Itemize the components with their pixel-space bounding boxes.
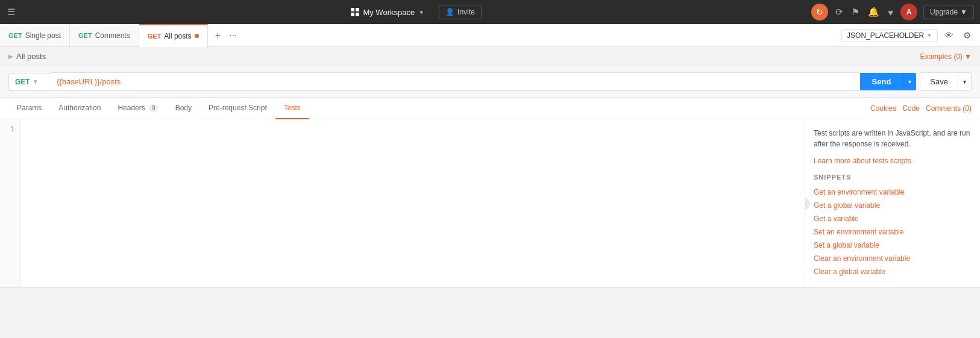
tab-pre-request-script[interactable]: Pre-request Script	[200, 98, 275, 119]
snippet-item[interactable]: Get an environment variable	[814, 186, 972, 199]
invite-label: Invite	[457, 8, 475, 16]
comments-link[interactable]: Comments (0)	[926, 104, 972, 113]
editor-area: 1 ▶ Test scripts are written in JavaScri…	[0, 119, 980, 288]
tab-body[interactable]: Body	[167, 98, 200, 119]
library-icon[interactable]: ⚑	[850, 5, 861, 19]
nav-left: ☰	[6, 5, 16, 19]
workspace-grid-icon	[351, 8, 359, 16]
side-panel-toggle-button[interactable]: ▶	[805, 198, 810, 210]
headers-badge: 9	[149, 104, 159, 112]
top-navigation: ☰ My Workspace ▼ 👤 Invite ↻ ⟳ ⚑ 🔔 ♥ A Up…	[0, 0, 980, 24]
tab-method-get-all-posts: GET	[148, 33, 162, 40]
tab-comments[interactable]: GET Comments	[70, 24, 139, 46]
snippets-list: Get an environment variableGet a global …	[814, 186, 972, 278]
send-button[interactable]: Send	[860, 73, 903, 90]
invite-button[interactable]: 👤 Invite	[439, 5, 482, 19]
workspace-button[interactable]: My Workspace ▼	[346, 5, 429, 19]
tab-method-get-single: GET	[8, 32, 22, 39]
snippets-title: SNIPPETS	[814, 174, 972, 181]
snippet-item[interactable]: Clear an environment variable	[814, 252, 972, 265]
environment-settings-button[interactable]: ⚙	[960, 28, 974, 43]
tab-label-all-posts: All posts	[164, 32, 191, 40]
upgrade-label: Upgrade	[930, 8, 958, 16]
environment-eye-button[interactable]: 👁	[941, 28, 956, 42]
invite-user-icon: 👤	[445, 8, 454, 16]
refresh-button[interactable]: ↻	[811, 4, 828, 20]
more-tabs-button[interactable]: ···	[227, 29, 239, 42]
snippet-item[interactable]: Set an environment variable	[814, 225, 972, 239]
line-number-1: 1	[6, 124, 14, 136]
save-button[interactable]: Save	[920, 72, 958, 91]
examples-label: Examples (0)	[920, 52, 963, 61]
breadcrumb-arrow-icon: ▶	[8, 53, 13, 60]
tabs-bar-right: JSON_PLACEHOLDER ▼ 👁 ⚙	[835, 28, 980, 43]
snippet-item[interactable]: Clear a global variable	[814, 265, 972, 278]
breadcrumb-label: All posts	[16, 52, 46, 61]
tab-headers[interactable]: Headers 9	[109, 98, 166, 119]
examples-chevron-icon: ▼	[964, 52, 972, 61]
workspace-chevron-icon: ▼	[418, 9, 424, 16]
tabs-actions: + ···	[208, 29, 835, 42]
nav-center: My Workspace ▼ 👤 Invite	[16, 5, 811, 19]
save-dropdown-button[interactable]: ▾	[958, 72, 972, 91]
workspace-label: My Workspace	[363, 8, 415, 17]
snippet-item[interactable]: Get a variable	[814, 212, 972, 225]
upgrade-chevron-icon: ▼	[960, 8, 967, 16]
side-panel: ▶ Test scripts are written in JavaScript…	[805, 119, 980, 287]
tab-label-comments: Comments	[95, 31, 130, 40]
snippet-item[interactable]: Set a global variable	[814, 239, 972, 252]
tab-all-posts[interactable]: GET All posts	[139, 24, 208, 46]
add-tab-button[interactable]: +	[213, 29, 223, 42]
send-button-group: Send ▾	[860, 73, 917, 90]
method-selector[interactable]: GET ▼	[8, 73, 51, 91]
upgrade-button[interactable]: Upgrade ▼	[923, 5, 974, 19]
cookies-link[interactable]: Cookies	[870, 104, 896, 113]
code-editor: 1	[0, 119, 805, 287]
url-bar: GET ▼ Send ▾ Save ▾	[0, 66, 980, 98]
code-link[interactable]: Code	[902, 104, 920, 113]
sidebar-toggle-button[interactable]: ☰	[6, 5, 16, 19]
request-tabs-right: Cookies Code Comments (0)	[870, 104, 972, 113]
tab-params[interactable]: Params	[8, 98, 50, 119]
code-editor-content[interactable]	[21, 119, 805, 287]
tab-method-get-comments: GET	[78, 32, 92, 39]
url-input[interactable]	[51, 72, 860, 91]
tab-single-post[interactable]: GET Single post	[0, 24, 70, 46]
tab-unsaved-dot	[195, 34, 199, 38]
request-tabs: Params Authorization Headers 9 Body Pre-…	[0, 98, 980, 119]
environment-selector[interactable]: JSON_PLACEHOLDER ▼	[841, 29, 938, 42]
examples-link[interactable]: Examples (0) ▼	[920, 52, 972, 61]
send-dropdown-button[interactable]: ▾	[903, 73, 916, 90]
side-panel-description: Test scripts are written in JavaScript, …	[814, 128, 972, 149]
method-chevron-icon: ▼	[33, 78, 39, 85]
line-numbers: 1	[0, 119, 21, 287]
method-label: GET	[15, 78, 30, 86]
tab-tests[interactable]: Tests	[275, 98, 309, 119]
breadcrumb-bar: ▶ All posts Examples (0) ▼	[0, 47, 980, 66]
snippet-item[interactable]: Get a global variable	[814, 199, 972, 212]
tab-label-single-post: Single post	[25, 31, 61, 40]
nav-right: ↻ ⟳ ⚑ 🔔 ♥ A Upgrade ▼	[811, 4, 974, 20]
avatar[interactable]: A	[900, 4, 917, 20]
breadcrumb: ▶ All posts	[8, 52, 46, 61]
environment-chevron-icon: ▼	[926, 32, 932, 39]
tabs-bar: GET Single post GET Comments GET All pos…	[0, 24, 980, 47]
learn-more-link[interactable]: Learn more about tests scripts	[814, 157, 911, 165]
favorites-icon[interactable]: ♥	[887, 6, 894, 19]
notifications-icon[interactable]: 🔔	[867, 5, 881, 19]
history-icon[interactable]: ⟳	[834, 5, 844, 19]
tab-authorization[interactable]: Authorization	[50, 98, 109, 119]
environment-name: JSON_PLACEHOLDER	[847, 31, 924, 40]
save-button-group: Save ▾	[920, 72, 972, 91]
